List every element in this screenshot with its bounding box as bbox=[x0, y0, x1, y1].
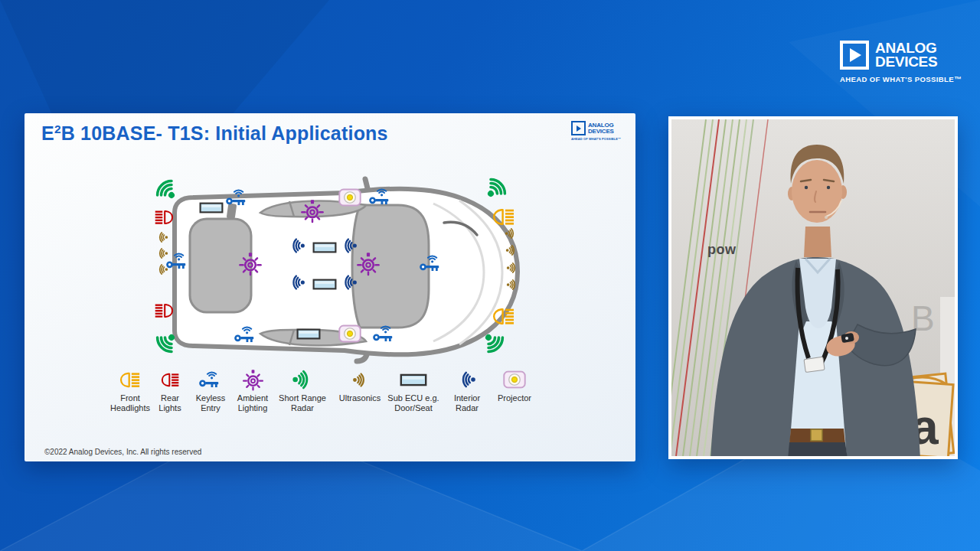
eye bbox=[827, 186, 830, 189]
short-range-radar-icon bbox=[276, 367, 329, 392]
legend-item-ambient-lighting: AmbientLighting bbox=[226, 367, 279, 413]
legend-item-projector: Projector bbox=[488, 367, 541, 403]
eye bbox=[805, 186, 808, 189]
sub-ecu-icon bbox=[201, 204, 223, 213]
ultrasonic-icon bbox=[333, 367, 387, 392]
projector-icon bbox=[488, 367, 541, 392]
legend-item-ultrasonics: Ultrasonics bbox=[333, 367, 387, 403]
neck bbox=[804, 227, 831, 257]
adi-triangle-icon bbox=[577, 126, 581, 132]
sub-ecu-icon bbox=[314, 280, 336, 289]
badge bbox=[804, 357, 825, 372]
sub-ecu-icon bbox=[298, 330, 320, 339]
legend-item-short-range-radar: Short RangeRadar bbox=[276, 367, 329, 413]
presenter-video-frame: pow B a bbox=[668, 116, 958, 459]
sub-ecu-icon bbox=[384, 367, 443, 392]
wall-text: pow bbox=[707, 242, 737, 257]
projector-icon bbox=[339, 190, 360, 206]
interior-radar-icon bbox=[442, 367, 492, 392]
adi-logo-mark bbox=[840, 41, 869, 70]
short-range-radar-icon bbox=[482, 177, 508, 203]
webinar-stage: { "brand": { "line1": "ANALOG", "line2":… bbox=[0, 0, 980, 551]
sub-ecu-icon bbox=[314, 243, 336, 253]
slide-title: E2B 10BASE- T1S: Initial Applications bbox=[41, 122, 388, 145]
rear-light-icon bbox=[155, 211, 172, 224]
analog-devices-logo: ANALOG DEVICES AHEAD OF WHAT'S POSSIBLE™ bbox=[840, 41, 959, 83]
presenter-scene: pow B a bbox=[671, 119, 955, 456]
projector-icon bbox=[339, 326, 360, 342]
mic-tip bbox=[825, 216, 828, 219]
ultrasonic-icon bbox=[160, 249, 168, 258]
presenter-video: pow B a bbox=[671, 119, 955, 456]
slide-adi-logo: ANALOG DEVICES AHEAD OF WHAT'S POSSIBLE™ bbox=[571, 121, 631, 141]
legend-item-interior-radar: InteriorRadar bbox=[442, 367, 492, 413]
belt-buckle bbox=[811, 429, 822, 441]
trousers bbox=[788, 442, 848, 456]
car-application-diagram bbox=[115, 168, 551, 371]
presentation-slide: E2B 10BASE- T1S: Initial Applications AN… bbox=[24, 113, 635, 461]
adi-logo-text: ANALOG DEVICES bbox=[875, 41, 937, 69]
adi-logo-text: ANALOG DEVICES bbox=[588, 122, 614, 134]
ultrasonic-icon bbox=[160, 233, 168, 242]
ambient-lighting-icon bbox=[226, 367, 279, 392]
rear-light-icon bbox=[155, 305, 172, 318]
adi-tagline: AHEAD OF WHAT'S POSSIBLE™ bbox=[840, 75, 959, 83]
adi-tagline: AHEAD OF WHAT'S POSSIBLE™ bbox=[571, 137, 631, 141]
legend-item-sub-ecu: Sub ECU e.g.Door/Seat bbox=[384, 367, 443, 413]
short-range-radar-icon bbox=[155, 178, 181, 204]
adi-logo-mark bbox=[571, 121, 586, 135]
adi-triangle-icon bbox=[850, 48, 861, 62]
slide-copyright: ©2022 Analog Devices, Inc. All rights re… bbox=[44, 448, 201, 456]
